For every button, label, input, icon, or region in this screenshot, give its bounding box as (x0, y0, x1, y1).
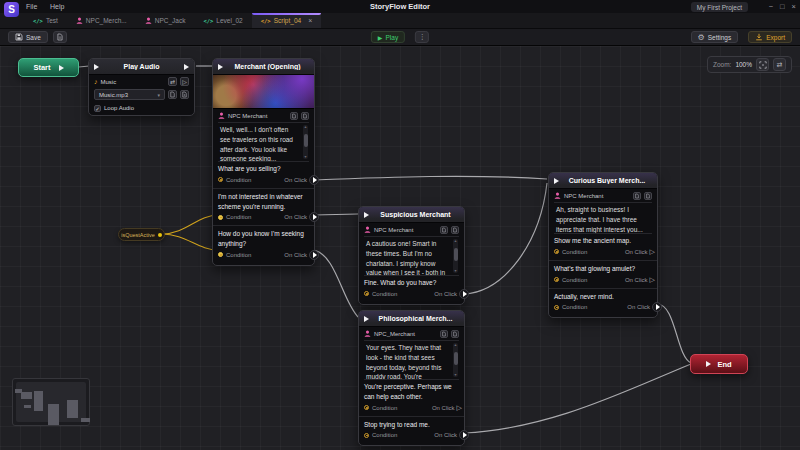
output-port[interactable] (184, 64, 189, 70)
dialogue-option[interactable]: What are you selling? Condition On Click (213, 162, 314, 187)
condition-port[interactable] (554, 249, 559, 254)
condition-port[interactable] (218, 215, 223, 220)
condition-port[interactable] (554, 277, 559, 282)
scroll-down-icon[interactable]: ▼ (453, 269, 458, 273)
scrollbar[interactable]: ▲ ▼ (453, 343, 458, 377)
dialogue-text-box[interactable]: Your eyes. They have that look - the kin… (364, 340, 459, 380)
on-click-port[interactable]: ▷ (650, 248, 655, 255)
node-header[interactable]: Play Audio (89, 59, 194, 75)
on-click-port[interactable] (309, 250, 319, 260)
export-button[interactable]: Export (748, 31, 792, 43)
condition-port[interactable] (218, 252, 223, 257)
input-port[interactable] (364, 212, 369, 218)
edit-icon[interactable] (451, 330, 459, 338)
edit-icon[interactable] (644, 192, 652, 200)
node-header[interactable]: Philosophical Merch... (359, 311, 464, 327)
scroll-up-icon[interactable]: ▲ (303, 125, 308, 129)
on-click-port[interactable]: ▷ (457, 404, 462, 411)
menu-help[interactable]: Help (46, 0, 68, 13)
condition-port[interactable] (364, 405, 369, 410)
node-play-audio[interactable]: Play Audio ♪ Music ⇄ ▷ Music.mp3 ▾ (88, 58, 195, 116)
dialogue-option[interactable]: Fine. What do you have? Condition On Cli… (359, 276, 464, 304)
node-curious-buyer-merchant[interactable]: Curious Buyer Merch... NPC Merchant Ah, … (548, 172, 658, 318)
tab-close-icon[interactable]: × (308, 17, 312, 24)
on-click-port[interactable] (459, 289, 469, 299)
input-port[interactable] (706, 361, 711, 367)
condition-port[interactable] (218, 177, 223, 182)
save-button[interactable]: Save (8, 31, 48, 43)
variable-output-port[interactable] (158, 233, 162, 237)
preview-audio-button[interactable]: ▷ (180, 77, 189, 86)
browse-file-button[interactable] (168, 90, 177, 99)
loop-audio-checkbox[interactable]: ✓ (94, 105, 101, 112)
node-header[interactable]: Curious Buyer Merch... (549, 173, 657, 189)
settings-button[interactable]: ⚙ Settings (691, 31, 739, 43)
fit-view-button[interactable] (756, 58, 769, 71)
on-click-port[interactable]: ▷ (650, 276, 655, 283)
scroll-up-icon[interactable]: ▲ (453, 343, 458, 347)
variable-node-isquestactive[interactable]: isQuestActive (118, 228, 165, 241)
scroll-down-icon[interactable]: ▼ (453, 373, 458, 377)
copy-icon[interactable] (440, 330, 448, 338)
swap-audio-button[interactable]: ⇄ (168, 77, 177, 86)
auto-layout-button[interactable]: ⇄ (773, 58, 786, 71)
dialogue-text-box[interactable]: A cautious one! Smart in these times. Bu… (364, 236, 459, 276)
on-click-port[interactable] (309, 212, 319, 222)
minimize-icon[interactable]: − (769, 2, 773, 11)
dialogue-option[interactable]: You're perceptive. Perhaps we can help e… (359, 380, 464, 415)
dialogue-option[interactable]: Show me the ancient map. Condition On Cl… (549, 234, 657, 259)
copy-icon[interactable] (290, 112, 298, 120)
on-click-port[interactable] (309, 175, 319, 185)
dialogue-option[interactable]: What's that glowing amulet? Condition On… (549, 262, 657, 287)
dialogue-option[interactable]: How do you know I'm seeking anything? Co… (213, 227, 314, 265)
scroll-down-icon[interactable]: ▼ (303, 155, 308, 159)
node-header[interactable]: Suspicious Merchant (359, 207, 464, 223)
scrollbar-thumb[interactable] (454, 352, 458, 365)
copy-icon[interactable] (633, 192, 641, 200)
tab-npc-jack[interactable]: NPC_Jack (136, 13, 195, 28)
output-port[interactable] (59, 65, 64, 71)
scrollbar[interactable]: ▲ ▼ (453, 239, 458, 273)
tab-npc-merch[interactable]: NPC_Merch... (67, 13, 136, 28)
input-port[interactable] (364, 316, 369, 322)
maximize-icon[interactable]: □ (780, 2, 785, 11)
edit-icon[interactable] (301, 112, 309, 120)
node-header[interactable]: Merchant (Opening) (213, 59, 314, 75)
node-suspicious-merchant[interactable]: Suspicious Merchant NPC Merchant A cauti… (358, 206, 465, 305)
edit-icon[interactable] (451, 226, 459, 234)
dialogue-option[interactable]: Actually, never mind. Condition On Click (549, 290, 657, 318)
input-port[interactable] (218, 64, 223, 70)
scrollbar-thumb[interactable] (304, 134, 308, 147)
condition-port[interactable] (364, 291, 369, 296)
node-merchant-opening[interactable]: Merchant (Opening) NPC Merchant Well, we… (212, 58, 315, 266)
input-port[interactable] (554, 178, 559, 184)
dialogue-option[interactable]: Stop trying to read me. Condition On Cli… (359, 418, 464, 446)
new-script-button[interactable] (53, 31, 67, 43)
node-start[interactable]: Start (18, 58, 79, 77)
dialogue-option[interactable]: I'm not interested in whatever scheme yo… (213, 190, 314, 225)
audio-file-select[interactable]: Music.mp3 ▾ (94, 89, 165, 100)
condition-port[interactable] (554, 305, 559, 310)
import-file-button[interactable] (180, 90, 189, 99)
play-button[interactable]: ▶ Play (371, 31, 405, 43)
tab-test[interactable]: </> Test (24, 13, 67, 28)
condition-port[interactable] (364, 433, 369, 438)
tab-level-02[interactable]: </> Level_02 (194, 13, 251, 28)
on-click-port[interactable] (459, 430, 469, 440)
copy-icon[interactable] (440, 226, 448, 234)
node-philosophical-merchant[interactable]: Philosophical Merch... NPC_Merchant Your… (358, 310, 465, 446)
play-options-button[interactable]: ⋮ (415, 31, 429, 43)
scrollbar[interactable]: ▲ ▼ (303, 125, 308, 159)
project-name-badge[interactable]: My First Project (691, 2, 748, 12)
input-port[interactable] (94, 64, 99, 70)
scrollbar-thumb[interactable] (454, 248, 458, 261)
menu-file[interactable]: File (22, 0, 41, 13)
scroll-up-icon[interactable]: ▲ (453, 239, 458, 243)
node-end[interactable]: End (690, 354, 748, 374)
minimap[interactable] (12, 378, 90, 426)
on-click-port[interactable] (652, 302, 662, 312)
dialogue-text-box[interactable]: Ah, straight to business! I appreciate t… (554, 202, 652, 234)
close-icon[interactable]: × (792, 2, 796, 11)
dialogue-text-box[interactable]: Well, well... I don't often see traveler… (218, 122, 309, 162)
tab-script-04[interactable]: </> Script_04 × (252, 13, 322, 28)
